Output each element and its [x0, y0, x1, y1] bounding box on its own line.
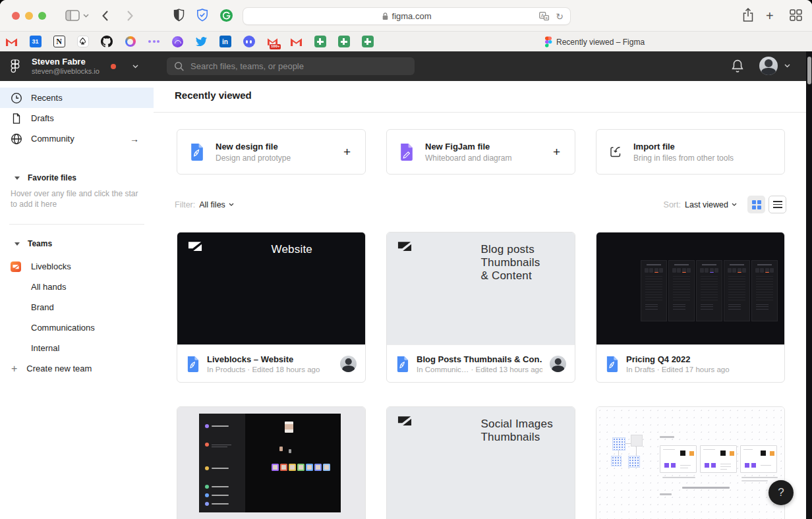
sidebar-item-team-liveblocks[interactable]: Liveblocks — [0, 256, 154, 277]
discord-bookmark-icon[interactable] — [243, 36, 255, 48]
editor-avatar — [340, 356, 357, 372]
sidebar-item-drafts[interactable]: Drafts — [0, 108, 154, 128]
sidebar-item-internal[interactable]: Internal — [0, 338, 154, 358]
action-subtitle: Whiteboard and diagram — [425, 153, 511, 163]
address-bar[interactable]: figma.com Aa ↻ — [243, 7, 571, 25]
grammarly-extension-icon[interactable] — [219, 9, 233, 22]
presence-dot — [111, 64, 116, 69]
dots-bookmark-icon[interactable] — [148, 36, 160, 48]
favorite-files-section-header[interactable]: Favorite files — [0, 173, 154, 182]
account-chevron-down-icon[interactable] — [132, 65, 138, 68]
green-cross-bookmark-icon-2[interactable] — [337, 36, 350, 48]
thumbnail-title: Blog posts Thumbnails & Content — [481, 243, 540, 283]
import-file-card[interactable]: Import file Bring in files from other to… — [596, 129, 785, 175]
account-switcher[interactable]: Steven Fabre steven@liveblocks.io — [0, 51, 154, 81]
teams-section-header[interactable]: Teams — [0, 239, 154, 248]
file-thumbnail — [596, 407, 784, 519]
github-bookmark-icon[interactable] — [100, 36, 113, 48]
notifications-button[interactable] — [731, 59, 744, 76]
file-meta: In Products · Edited 18 hours ago — [207, 366, 333, 373]
help-button[interactable]: ? — [768, 480, 794, 505]
gmail-bookmark-icon[interactable] — [5, 36, 18, 48]
figjam-board-preview — [596, 407, 784, 519]
file-card-figjam-board[interactable] — [596, 406, 785, 519]
create-team-label: Create new team — [26, 364, 92, 373]
figjam-file-icon — [399, 143, 414, 161]
sidebar-chevron-icon[interactable] — [83, 14, 89, 18]
filter-dropdown[interactable]: All files — [199, 200, 225, 209]
green-cross-bookmark-icon-3[interactable] — [361, 36, 374, 48]
minimize-button[interactable] — [25, 12, 33, 20]
close-button[interactable] — [12, 12, 20, 20]
search-input[interactable] — [190, 61, 415, 71]
title-divider — [154, 112, 812, 113]
google-calendar-bookmark-icon[interactable]: 31 — [29, 36, 42, 48]
filter-sort-row: Filter: All files Sort: Last viewed — [175, 196, 786, 213]
file-name: Blog Posts Thumbnails & Con… — [417, 354, 542, 364]
file-card-blog-posts[interactable]: Blog posts Thumbnails & Content Blog Pos… — [386, 232, 575, 383]
thumbnail-title: Social Images Thumbnails — [481, 418, 553, 444]
help-label: ? — [778, 486, 784, 499]
new-design-file-card[interactable]: New design file Design and prototype + — [177, 129, 366, 175]
collapse-triangle-icon[interactable] — [14, 177, 20, 180]
url-text: figma.com — [392, 11, 432, 21]
sidebar-item-label: Community — [31, 134, 74, 144]
sidebar-toggle-button[interactable] — [65, 10, 80, 21]
scrollbar-track[interactable] — [806, 51, 812, 519]
app-screenshot-preview — [199, 414, 341, 512]
file-card-dark-screenshot[interactable] — [177, 406, 366, 519]
sidebar-item-all-hands[interactable]: All hands — [0, 277, 154, 297]
active-tab[interactable]: Recently viewed – Figma — [544, 36, 645, 47]
scrollbar-thumb[interactable] — [807, 57, 811, 84]
forward-button[interactable] — [127, 10, 134, 22]
user-avatar[interactable] — [759, 57, 778, 75]
avatar-chevron-down-icon[interactable] — [784, 64, 790, 68]
green-cross-bookmark-icon-1[interactable] — [314, 36, 326, 48]
linkedin-bookmark-icon[interactable]: in — [219, 36, 231, 48]
sidebar-item-recents[interactable]: Recents — [0, 88, 154, 108]
favorites-hint-text: Hover over any file and click the star t… — [11, 188, 144, 209]
gmail-badge-bookmark-icon[interactable]: 100+ — [266, 36, 279, 48]
action-subtitle: Design and prototype — [216, 153, 291, 163]
reload-icon[interactable]: ↻ — [556, 11, 564, 22]
new-figjam-file-card[interactable]: New FigJam file Whiteboard and diagram + — [386, 129, 575, 175]
share-icon[interactable] — [742, 8, 754, 22]
file-card-liveblocks-website[interactable]: Website Liveblocks – Website In Products… — [177, 232, 366, 383]
privacy-shield-icon[interactable] — [173, 9, 185, 22]
plus-icon: + — [343, 145, 351, 159]
file-card-social-images[interactable]: Social Images Thumbnails — [386, 406, 575, 519]
chevron-down-icon[interactable] — [229, 203, 234, 206]
create-new-team-button[interactable]: + Create new team — [0, 358, 154, 379]
sort-dropdown[interactable]: Last viewed — [685, 200, 728, 209]
action-title: New FigJam file — [425, 142, 511, 151]
view-list-button[interactable] — [768, 196, 786, 213]
figma-logo-icon — [544, 36, 552, 47]
spade-bookmark-icon[interactable] — [76, 36, 89, 48]
new-tab-button[interactable]: + — [766, 9, 774, 24]
view-grid-button[interactable] — [747, 196, 765, 213]
ring-bookmark-icon[interactable] — [124, 36, 136, 48]
file-thumbnail: Blog posts Thumbnails & Content — [387, 232, 575, 344]
gmail-2-bookmark-icon[interactable] — [290, 36, 303, 48]
sidebar-item-brand[interactable]: Brand — [0, 297, 154, 317]
sidebar-item-communications[interactable]: Communications — [0, 317, 154, 338]
pricing-screens-preview — [641, 260, 778, 321]
chevron-down-icon[interactable] — [732, 203, 737, 206]
notion-bookmark-icon[interactable]: N — [53, 36, 65, 48]
project-label: All hands — [31, 282, 66, 292]
file-meta: In Communic… · Edited 13 hours ago — [417, 366, 542, 373]
search-bar[interactable] — [167, 57, 415, 75]
project-label: Brand — [31, 302, 54, 312]
sidebar-item-community[interactable]: Community → — [0, 128, 154, 149]
search-icon — [174, 61, 185, 72]
loom-bookmark-icon[interactable] — [171, 36, 184, 48]
zoom-button[interactable] — [38, 12, 46, 20]
translate-icon[interactable]: Aa — [539, 12, 549, 20]
file-card-pricing-q4[interactable]: Pricing Q4 2022 In Drafts · Edited 17 ho… — [596, 232, 785, 383]
shield-check-extension-icon[interactable] — [196, 9, 208, 22]
collapse-triangle-icon[interactable] — [14, 242, 20, 246]
design-file-icon — [395, 356, 409, 373]
tab-overview-button[interactable] — [790, 9, 802, 21]
back-button[interactable] — [102, 10, 109, 22]
twitter-bookmark-icon[interactable] — [195, 36, 208, 48]
